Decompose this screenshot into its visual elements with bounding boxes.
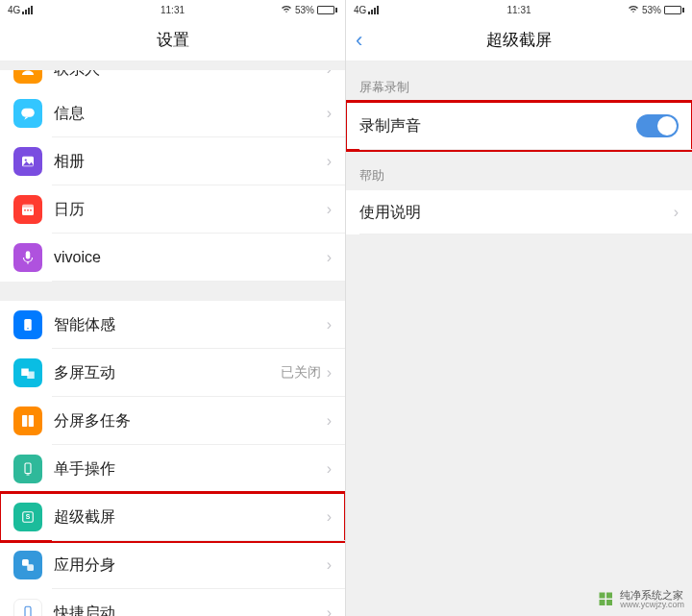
status-time: 11:31 <box>507 5 531 15</box>
status-bar: 4G 11:31 53% <box>0 0 345 19</box>
battery-icon <box>664 6 684 14</box>
nav-bar: ‹ 超级截屏 <box>346 19 692 62</box>
chevron-right-icon: › <box>327 508 332 526</box>
onehand-icon <box>13 455 42 483</box>
status-bar: 4G 11:31 53% <box>346 0 692 19</box>
chevron-right-icon: › <box>327 604 332 616</box>
chevron-right-icon: › <box>674 204 679 221</box>
watermark: 纯净系统之家 www.ycwjzy.com <box>598 589 684 610</box>
chevron-right-icon: › <box>327 70 332 78</box>
svg-rect-6 <box>24 209 26 211</box>
chevron-right-icon: › <box>327 153 332 170</box>
settings-row-onehand[interactable]: 单手操作 › <box>0 445 345 493</box>
settings-row-messages[interactable]: 信息 › <box>0 89 345 137</box>
battery-icon <box>317 6 337 14</box>
settings-row-quicklaunch[interactable]: 快捷启动 › <box>0 589 345 616</box>
section-header-help: 帮助 <box>346 150 692 190</box>
signal-icon <box>368 6 379 14</box>
chevron-right-icon: › <box>327 316 332 333</box>
svg-point-3 <box>25 159 27 160</box>
settings-row-multiscreen[interactable]: 多屏互动 已关闭 › <box>0 349 345 397</box>
svg-rect-25 <box>606 593 612 599</box>
row-status: 已关闭 <box>281 364 321 382</box>
row-label: 日历 <box>54 200 327 220</box>
chevron-right-icon: › <box>327 105 332 122</box>
row-label: 录制声音 <box>359 116 636 136</box>
page-title: 超级截屏 <box>486 29 552 51</box>
status-time: 11:31 <box>161 5 185 15</box>
left-screen: 4G 11:31 53% 设置 联系人 › <box>0 0 346 616</box>
svg-rect-17 <box>25 463 31 474</box>
appclone-icon <box>13 551 42 579</box>
chevron-right-icon: › <box>327 412 332 430</box>
row-label: 使用说明 <box>359 203 674 223</box>
settings-row-motion[interactable]: 智能体感 › <box>0 301 345 349</box>
battery-percent: 53% <box>642 5 661 15</box>
settings-row-screenshot[interactable]: S 超级截屏 › <box>0 493 345 541</box>
row-label: 应用分身 <box>54 555 327 576</box>
settings-row-contacts[interactable]: 联系人 › <box>0 70 345 89</box>
svg-rect-14 <box>27 372 35 380</box>
row-label: 超级截屏 <box>54 507 327 528</box>
quicklaunch-icon <box>13 599 42 616</box>
chevron-right-icon: › <box>327 364 332 382</box>
row-label: 联系人 <box>54 70 327 80</box>
calendar-icon <box>13 195 42 224</box>
chevron-right-icon: › <box>327 249 332 266</box>
row-label: 单手操作 <box>54 459 327 480</box>
row-label: 多屏互动 <box>54 363 281 383</box>
settings-row-calendar[interactable]: 日历 › <box>0 185 345 234</box>
row-label: vivoice <box>54 249 327 266</box>
row-label: 信息 <box>54 104 327 124</box>
svg-rect-26 <box>600 600 606 605</box>
svg-rect-7 <box>27 209 29 211</box>
screenshot-icon: S <box>13 503 42 531</box>
mic-icon <box>13 243 42 272</box>
svg-rect-5 <box>22 205 34 208</box>
wifi-icon <box>281 4 292 15</box>
svg-text:S: S <box>26 513 31 520</box>
section-header-record: 屏幕录制 <box>346 62 692 102</box>
row-record-sound[interactable]: 录制声音 <box>346 102 692 150</box>
signal-icon <box>22 6 33 14</box>
split-icon <box>13 407 42 435</box>
svg-rect-22 <box>25 606 31 616</box>
battery-percent: 53% <box>295 5 314 15</box>
svg-rect-24 <box>600 593 606 599</box>
svg-rect-21 <box>27 564 34 571</box>
row-usage-info[interactable]: 使用说明 › <box>346 190 692 234</box>
messages-icon <box>13 99 42 128</box>
toggle-record-sound[interactable] <box>636 114 679 137</box>
back-button[interactable]: ‹ <box>356 28 362 53</box>
page-title: 设置 <box>157 29 189 51</box>
svg-rect-27 <box>606 600 612 605</box>
watermark-logo-icon <box>598 591 615 608</box>
svg-rect-9 <box>26 251 31 259</box>
contacts-icon <box>13 70 42 84</box>
row-label: 快捷启动 <box>54 604 327 617</box>
settings-row-split[interactable]: 分屏多任务 › <box>0 397 345 445</box>
svg-rect-8 <box>30 209 32 211</box>
nav-bar: 设置 <box>0 19 345 62</box>
chevron-right-icon: › <box>327 201 332 218</box>
watermark-url: www.ycwjzy.com <box>620 601 684 610</box>
network-label: 4G <box>8 5 20 15</box>
svg-rect-1 <box>21 109 35 117</box>
chevron-right-icon: › <box>327 460 332 478</box>
settings-row-photos[interactable]: 相册 › <box>0 137 345 185</box>
settings-row-vivoice[interactable]: vivoice › <box>0 234 345 282</box>
right-screen: 4G 11:31 53% ‹ 超级截屏 屏幕录制 录制声音 帮助 使用说明 › <box>346 0 692 616</box>
wifi-icon <box>628 4 639 15</box>
motion-icon <box>13 310 42 339</box>
network-label: 4G <box>354 5 366 15</box>
multiscreen-icon <box>13 358 42 387</box>
row-label: 智能体感 <box>54 315 327 335</box>
svg-point-12 <box>27 328 29 330</box>
svg-rect-15 <box>22 415 27 427</box>
settings-row-appclone[interactable]: 应用分身 › <box>0 541 345 589</box>
photos-icon <box>13 147 42 176</box>
svg-rect-16 <box>29 415 34 427</box>
row-label: 相册 <box>54 152 327 172</box>
row-label: 分屏多任务 <box>54 411 327 431</box>
chevron-right-icon: › <box>327 556 332 574</box>
